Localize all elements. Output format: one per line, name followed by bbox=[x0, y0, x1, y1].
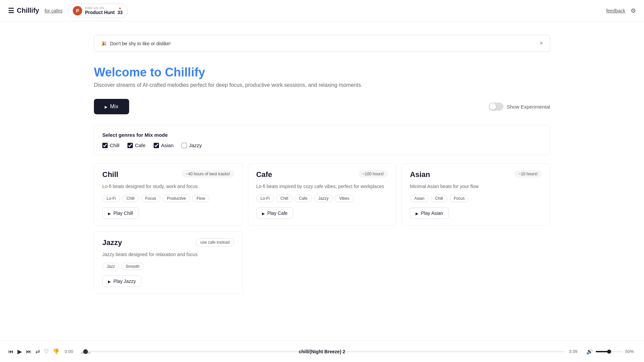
play-cafe-icon bbox=[262, 210, 265, 216]
notification-emoji: 🎉 bbox=[101, 41, 107, 46]
progress-thumb bbox=[83, 349, 88, 354]
ph-logo: P bbox=[73, 6, 82, 15]
card-chill: Chill ~40 hours of best tracks! Lo-fi be… bbox=[94, 163, 243, 226]
tag-flow: Flow bbox=[192, 195, 209, 202]
tag-smooth: Smooth bbox=[121, 263, 144, 270]
notification-message: Don't be shy to like or dislike! bbox=[110, 41, 171, 46]
play-chill-label: Play Chill bbox=[113, 210, 133, 216]
controls-section: Mix Show Experimental bbox=[94, 99, 550, 114]
toggle-thumb bbox=[489, 103, 496, 110]
heart-icon: ♡ bbox=[44, 349, 49, 354]
tag-vibes: Vibes bbox=[335, 195, 354, 202]
shuffle-icon: ⇄ bbox=[36, 349, 40, 354]
play-chill-button[interactable]: Play Chill bbox=[102, 207, 139, 219]
tag-chill: Chill bbox=[122, 195, 139, 202]
tag-focus: Focus bbox=[141, 195, 161, 202]
track-name: chill/(Night Breeze) 2 bbox=[299, 349, 345, 354]
play-asian-button[interactable]: Play Asian bbox=[410, 207, 448, 219]
play-jazzy-label: Play Jazzy bbox=[113, 279, 136, 284]
card-chill-tags: Lo-Fi Chill Focus Productive Flow bbox=[102, 195, 234, 202]
card-cafe: Cafe ~100 hours! Lo-fi beats inspired by… bbox=[248, 163, 396, 226]
play-pause-icon: ▶ bbox=[17, 348, 22, 355]
ph-text: FIND US ON Product Hunt bbox=[85, 6, 115, 15]
play-cafe-button[interactable]: Play Cafe bbox=[256, 207, 293, 219]
hero-description: Discover streams of AI-crafted melodies … bbox=[94, 82, 550, 88]
skip-forward-button[interactable]: ⏭ bbox=[26, 349, 32, 355]
tag-jazz: Jazz bbox=[102, 263, 119, 270]
genre-checkbox-asian[interactable] bbox=[154, 143, 159, 148]
card-jazzy-tags: Jazz Smooth bbox=[102, 263, 234, 270]
genre-select-panel: Select genres for Mix mode Chill Cafe As… bbox=[94, 125, 550, 155]
play-cafe-label: Play Cafe bbox=[267, 210, 288, 216]
hero-title-prefix: Welcome to bbox=[94, 65, 165, 79]
mix-play-icon bbox=[105, 104, 107, 110]
skip-forward-icon: ⏭ bbox=[26, 349, 32, 354]
tag-focus-asian: Focus bbox=[449, 195, 469, 202]
card-asian-tags: Asian Chill Focus bbox=[410, 195, 542, 202]
ph-find-label: FIND US ON bbox=[85, 6, 115, 10]
logo-icon: ☰ bbox=[8, 7, 14, 15]
show-experimental-label: Show Experimental bbox=[507, 104, 550, 110]
genre-checkbox-chill[interactable] bbox=[102, 143, 108, 148]
tag-lofi-cafe: Lo-Fi bbox=[256, 195, 274, 202]
card-jazzy-header: Jazzy use cafe instead bbox=[102, 238, 234, 247]
card-jazzy: Jazzy use cafe instead Jazzy beats desig… bbox=[94, 231, 243, 294]
for-cafes-link[interactable]: for cafes bbox=[45, 8, 63, 13]
genre-checkboxes: Chill Cafe Asian Jazzy bbox=[102, 142, 542, 148]
volume-icon: 🔊 bbox=[586, 348, 593, 355]
card-asian: Asian ~10 hours! Minimal Asian beats for… bbox=[401, 163, 550, 226]
volume-percent: 50% bbox=[625, 349, 636, 354]
genre-check-asian[interactable]: Asian bbox=[154, 142, 174, 148]
card-cafe-title: Cafe bbox=[256, 170, 272, 179]
card-cafe-header: Cafe ~100 hours! bbox=[256, 170, 388, 179]
ph-name-label: Product Hunt bbox=[85, 10, 115, 15]
experimental-toggle[interactable] bbox=[489, 103, 503, 111]
play-jazzy-icon bbox=[108, 279, 111, 284]
player-controls: ⏮ ▶ ⏭ ⇄ ♡ 👎 bbox=[8, 348, 59, 355]
dislike-icon: 👎 bbox=[53, 349, 59, 354]
main-content: 🎉 Don't be shy to like or dislike! × Wel… bbox=[0, 21, 644, 307]
genre-check-jazzy[interactable]: Jazzy bbox=[181, 142, 202, 148]
gear-icon bbox=[631, 7, 636, 14]
tag-cafe: Cafe bbox=[294, 195, 312, 202]
ph-arrow: ▲ bbox=[118, 6, 122, 10]
card-jazzy-badge: use cafe instead bbox=[196, 238, 234, 246]
dislike-button[interactable]: 👎 bbox=[53, 348, 59, 355]
like-button[interactable]: ♡ bbox=[44, 348, 49, 355]
genre-checkbox-jazzy[interactable] bbox=[181, 143, 187, 148]
play-chill-icon bbox=[108, 210, 111, 216]
tag-chill-asian: Chill bbox=[431, 195, 447, 202]
ph-number: 33 bbox=[117, 10, 123, 15]
play-asian-label: Play Asian bbox=[421, 210, 443, 216]
time-total: 3:39 bbox=[569, 349, 581, 354]
volume-thumb bbox=[607, 350, 611, 354]
product-hunt-badge[interactable]: P FIND US ON Product Hunt ▲ 33 bbox=[68, 4, 127, 18]
play-pause-button[interactable]: ▶ bbox=[17, 348, 22, 355]
genre-checkbox-cafe[interactable] bbox=[127, 143, 133, 148]
feedback-link[interactable]: feedback bbox=[606, 8, 625, 13]
hero-title-brand: Chillify bbox=[165, 65, 205, 79]
tag-lofi: Lo-Fi bbox=[102, 195, 120, 202]
tag-asian: Asian bbox=[410, 195, 429, 202]
play-asian-icon bbox=[416, 210, 418, 216]
header-left: ☰ Chillify for cafes P FIND US ON Produc… bbox=[8, 4, 128, 18]
genre-check-cafe[interactable]: Cafe bbox=[127, 142, 146, 148]
play-jazzy-button[interactable]: Play Jazzy bbox=[102, 276, 142, 287]
volume-bar[interactable] bbox=[596, 351, 623, 352]
mix-button-label: Mix bbox=[110, 104, 118, 110]
genre-check-chill[interactable]: Chill bbox=[102, 142, 119, 148]
skip-back-button[interactable]: ⏮ bbox=[8, 349, 13, 355]
card-cafe-desc: Lo-fi beats inspired by cozy cafe vibes,… bbox=[256, 183, 388, 190]
mix-button[interactable]: Mix bbox=[94, 99, 129, 114]
hero-title: Welcome to Chillify bbox=[94, 65, 550, 79]
shuffle-button[interactable]: ⇄ bbox=[36, 348, 40, 355]
notification-close-button[interactable]: × bbox=[539, 40, 543, 47]
tag-productive: Productive bbox=[162, 195, 190, 202]
skip-back-icon: ⏮ bbox=[8, 349, 13, 354]
settings-button[interactable] bbox=[631, 7, 636, 14]
tag-jazzy-cafe: Jazzy bbox=[314, 195, 333, 202]
time-current: 0:00 bbox=[65, 349, 77, 354]
card-asian-title: Asian bbox=[410, 170, 430, 179]
volume-section: 🔊 50% bbox=[586, 348, 636, 355]
logo: ☰ Chillify bbox=[8, 7, 39, 15]
